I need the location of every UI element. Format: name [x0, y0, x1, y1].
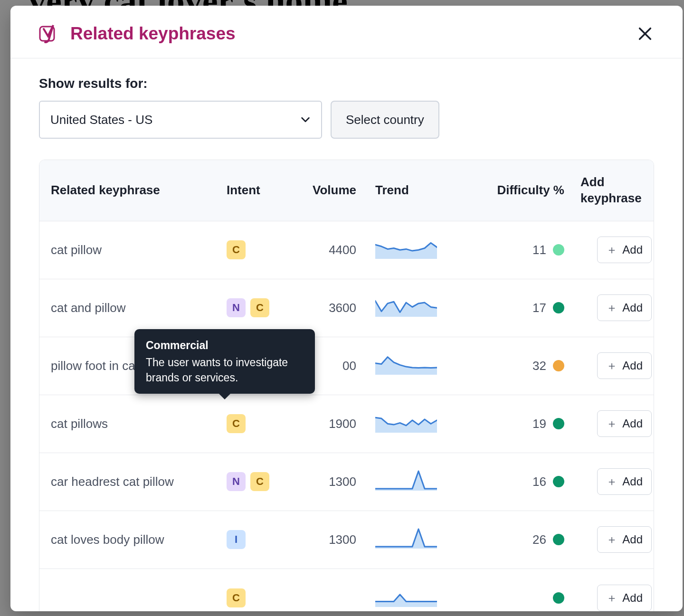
table-header-row: Related keyphrase Intent Volume Trend Di… [39, 160, 654, 221]
intent-badge-c[interactable]: C [227, 240, 246, 259]
add-keyphrase-button[interactable]: ＋ Add [597, 526, 652, 553]
table-row: cat and pillow NC 3600 17 ＋ Add [39, 279, 654, 337]
cell-action: ＋ Add [580, 585, 652, 611]
yoast-logo-icon [39, 24, 58, 43]
cell-trend [375, 469, 463, 494]
cell-action: ＋ Add [580, 468, 652, 495]
cell-keyphrase: cat loves body pillow [51, 532, 227, 547]
difficulty-dot [553, 360, 564, 371]
th-keyphrase: Related keyphrase [51, 182, 227, 199]
plus-icon: ＋ [606, 300, 618, 315]
cell-action: ＋ Add [580, 410, 652, 437]
cell-volume: 4400 [295, 243, 375, 257]
modal-title: Related keyphrases [70, 24, 236, 44]
select-country-button[interactable]: Select country [331, 101, 439, 139]
cell-trend [375, 237, 463, 262]
difficulty-value: 16 [532, 474, 546, 489]
cell-difficulty: 26 [463, 532, 580, 547]
cell-keyphrase: cat and pillow [51, 301, 227, 315]
cell-keyphrase: cat pillow [51, 243, 227, 257]
cell-intent: I [227, 530, 295, 549]
cell-difficulty: 19 [463, 417, 580, 431]
difficulty-dot [553, 476, 564, 487]
plus-icon: ＋ [606, 532, 618, 547]
th-intent: Intent [227, 182, 295, 199]
add-label: Add [622, 533, 643, 546]
country-select[interactable]: United States - US [39, 101, 322, 139]
cell-difficulty: 11 [463, 243, 580, 257]
intent-tooltip: CommercialThe user wants to investigate … [134, 329, 315, 394]
cell-difficulty: 17 [463, 301, 580, 315]
difficulty-dot [553, 534, 564, 545]
filter-row: United States - US Select country [39, 101, 654, 139]
cell-action: ＋ Add [580, 237, 652, 263]
cell-trend [375, 353, 463, 378]
add-keyphrase-button[interactable]: ＋ Add [597, 294, 652, 321]
trend-sparkline [375, 411, 437, 433]
cell-action: ＋ Add [580, 526, 652, 553]
difficulty-dot [553, 244, 564, 256]
tooltip-title: Commercial [146, 338, 304, 353]
cell-trend [375, 586, 463, 610]
intent-badge-c[interactable]: C [227, 588, 246, 607]
cell-difficulty [463, 592, 580, 604]
plus-icon: ＋ [606, 590, 618, 606]
add-keyphrase-button[interactable]: ＋ Add [597, 352, 652, 379]
th-add: Add keyphrase [580, 174, 652, 207]
trend-sparkline [375, 469, 437, 491]
difficulty-value: 17 [532, 301, 546, 315]
intent-badge-n[interactable]: N [227, 472, 246, 491]
cell-intent: C [227, 588, 295, 607]
cell-volume: 1900 [295, 417, 375, 431]
intent-badge-n[interactable]: N [227, 298, 246, 317]
add-label: Add [622, 359, 643, 372]
plus-icon: ＋ [606, 358, 618, 373]
tooltip-body: The user wants to investigate brands or … [146, 356, 288, 384]
add-label: Add [622, 301, 643, 314]
plus-icon: ＋ [606, 242, 618, 257]
add-keyphrase-button[interactable]: ＋ Add [597, 237, 652, 263]
cell-difficulty: 32 [463, 359, 580, 373]
cell-trend [375, 411, 463, 436]
cell-action: ＋ Add [580, 294, 652, 321]
modal-header: Related keyphrases [10, 6, 683, 58]
plus-icon: ＋ [606, 474, 618, 489]
close-icon [637, 26, 653, 42]
table-row: cat pillows C 1900 19 ＋ Add CommercialTh… [39, 395, 654, 453]
cell-volume: 1300 [295, 532, 375, 547]
difficulty-value: 26 [532, 532, 546, 547]
cell-volume: 3600 [295, 301, 375, 315]
cell-keyphrase: car headrest cat pillow [51, 474, 227, 489]
th-difficulty: Difficulty % [463, 182, 580, 199]
table-row: cat loves body pillow I 1300 26 ＋ Add [39, 511, 654, 569]
add-keyphrase-button[interactable]: ＋ Add [597, 410, 652, 437]
close-button[interactable] [634, 23, 656, 45]
chevron-down-icon [300, 114, 311, 125]
cell-volume: 1300 [295, 474, 375, 489]
difficulty-dot [553, 418, 564, 429]
difficulty-value: 19 [532, 417, 546, 431]
intent-badge-c[interactable]: C [250, 298, 269, 317]
cell-intent: C [227, 240, 295, 259]
cell-trend [375, 295, 463, 320]
add-label: Add [622, 417, 643, 430]
th-trend: Trend [375, 182, 463, 199]
add-keyphrase-button[interactable]: ＋ Add [597, 585, 652, 611]
intent-badge-c[interactable]: C [250, 472, 269, 491]
intent-badge-i[interactable]: I [227, 530, 246, 549]
difficulty-value: 32 [532, 359, 546, 373]
modal-body: Show results for: United States - US Sel… [10, 59, 683, 611]
add-keyphrase-button[interactable]: ＋ Add [597, 468, 652, 495]
trend-sparkline [375, 586, 437, 607]
intent-badge-c[interactable]: C [227, 414, 246, 433]
table-row: cat pillow C 4400 11 ＋ Add [39, 221, 654, 279]
add-label: Add [622, 475, 643, 488]
show-results-label: Show results for: [39, 76, 654, 91]
cell-intent: NC [227, 298, 295, 317]
cell-intent: NC [227, 472, 295, 491]
trend-sparkline [375, 353, 437, 375]
table-row: pillow foot in cat I 00 32 ＋ Add [39, 337, 654, 395]
cell-keyphrase: cat pillows [51, 417, 227, 431]
cell-trend [375, 527, 463, 552]
keyphrase-table: Related keyphrase Intent Volume Trend Di… [39, 160, 654, 611]
